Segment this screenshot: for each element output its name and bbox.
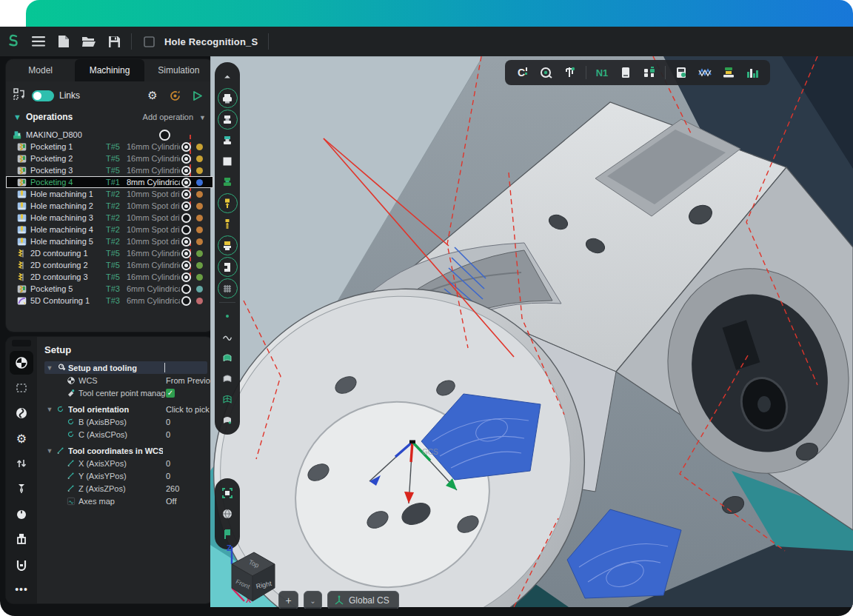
enable-radio[interactable]	[181, 225, 191, 235]
setup-row-axes-map[interactable]: Axes mapOff	[44, 495, 207, 507]
operation-row[interactable]: Hole machining 4T#210mm Spot drill	[6, 224, 213, 235]
enable-radio[interactable]	[181, 201, 191, 211]
setup-value[interactable]: 0	[166, 430, 170, 439]
fit-view-icon[interactable]	[217, 483, 238, 503]
turbine-icon[interactable]	[10, 401, 33, 425]
enable-radio[interactable]	[181, 296, 191, 306]
machine-row[interactable]: MAKINO_D800	[6, 129, 213, 141]
patch-green-icon[interactable]	[217, 348, 238, 367]
nc-program-icon[interactable]: N1	[592, 63, 612, 82]
machine-circled-icon[interactable]	[218, 88, 238, 108]
holder-circled-icon[interactable]	[218, 235, 238, 255]
tree-chevron-icon[interactable]: ▼	[44, 447, 55, 455]
enable-radio[interactable]	[181, 237, 191, 247]
setup-row-tool-coordinates-in-wcs[interactable]: ▼Tool coordinates in WCS	[44, 444, 207, 457]
operation-row[interactable]: Hole machining 5T#210mm Spot drill	[6, 235, 213, 247]
setup-value[interactable]: 0	[166, 472, 170, 481]
drill-small-icon[interactable]	[217, 215, 238, 234]
gear-icon[interactable]: ⚙	[10, 426, 33, 450]
operation-row[interactable]: Pocketing 2T#516mm Cylindrical	[6, 153, 213, 164]
magnet-snap-icon[interactable]: C	[512, 63, 533, 82]
drill-circled-icon[interactable]	[218, 193, 238, 213]
setup-row-y-axisypos-[interactable]: Y (AxisYPos)0	[44, 469, 207, 482]
fixture-circled-icon[interactable]	[218, 257, 238, 277]
control-panel-icon[interactable]	[615, 63, 636, 82]
mesh-green-icon[interactable]	[217, 389, 238, 409]
limits-arrows-icon[interactable]	[10, 452, 33, 475]
tab-model[interactable]: Model	[6, 59, 75, 81]
operation-row[interactable]: 2D contouring 3T#516mm Cylindrical	[6, 271, 213, 283]
enable-radio[interactable]	[181, 261, 191, 270]
patch-gray-icon[interactable]	[217, 369, 238, 388]
operation-row[interactable]: Hole machining 3T#210mm Spot drill	[6, 212, 213, 224]
probe-measure-icon[interactable]	[536, 63, 557, 82]
settings-gear-icon[interactable]: ⚙	[144, 87, 161, 104]
enable-radio[interactable]	[181, 272, 191, 282]
head-green-icon[interactable]	[217, 173, 238, 192]
operation-row[interactable]: 2D contouring 2T#516mm Cylindrical	[6, 259, 213, 271]
setup-value[interactable]: 0	[166, 418, 170, 426]
curve-gray-icon[interactable]	[217, 327, 238, 346]
spot-drill-tool-icon[interactable]	[10, 477, 33, 500]
selection-marquee-icon[interactable]	[10, 376, 33, 400]
setup-value[interactable]: From Previous	[166, 376, 213, 385]
tool-stack-icon[interactable]	[718, 63, 739, 82]
setup-row-z-axiszpos-[interactable]: Z (AxisZPos)260	[44, 482, 207, 495]
document-checkbox-icon[interactable]	[138, 31, 160, 52]
enable-radio[interactable]	[181, 249, 191, 258]
setup-value[interactable]: Off	[166, 497, 176, 506]
cs-list-chevron-button[interactable]: ⌄	[304, 591, 322, 609]
setup-value[interactable]: 260	[166, 484, 179, 493]
setup-row-b-axisbpos-[interactable]: B (AxisBPos)0	[44, 415, 207, 428]
operation-row[interactable]: Pocketing 4T#18mm Cylindrical	[6, 176, 213, 188]
tree-chevron-icon[interactable]: ▼	[44, 364, 55, 372]
coolant-drop-icon[interactable]	[10, 502, 33, 526]
collapse-up-icon[interactable]	[217, 67, 238, 87]
viewport-3d[interactable]: GCS CN1 Z X Top Front Right	[210, 56, 853, 609]
menu-icon[interactable]	[27, 31, 50, 52]
enable-radio[interactable]	[181, 154, 191, 164]
setup-row-c-axiscpos-[interactable]: C (AxisCPos)0	[44, 428, 207, 441]
open-folder-icon[interactable]	[78, 31, 100, 52]
view-cube[interactable]: Z X Top Front Right	[219, 542, 286, 606]
head-small-icon[interactable]	[217, 131, 238, 150]
tool-holder-icon[interactable]	[10, 527, 33, 551]
tool-assembly-icon[interactable]	[639, 63, 660, 82]
setup-value[interactable]: 0	[166, 459, 170, 468]
enable-radio[interactable]	[159, 130, 170, 141]
patch-dot-icon[interactable]	[217, 410, 238, 429]
operation-row[interactable]: Hole machining 1T#210mm Spot drill	[6, 188, 213, 200]
operation-row[interactable]: 5D Contouring 1T#36mm Cylindrical	[6, 295, 213, 307]
setup-row-tool-orientation[interactable]: ▼Tool orientationClick to pick	[44, 403, 207, 415]
workpiece-clamp-icon[interactable]	[10, 552, 33, 576]
wave-toolpath-icon[interactable]	[695, 63, 715, 82]
setup-row-tool-center-point-management[interactable]: Tool center point management✓	[44, 386, 207, 399]
more-options-icon[interactable]: •••	[10, 578, 33, 601]
collapse-chevron-icon[interactable]: ▼	[13, 113, 21, 121]
tab-machining[interactable]: Machining	[75, 59, 144, 81]
tree-chevron-icon[interactable]: ▼	[44, 406, 55, 413]
save-icon[interactable]	[103, 31, 125, 52]
recalculate-icon[interactable]	[166, 87, 184, 104]
mesh-circled-icon[interactable]	[218, 278, 238, 298]
enable-radio[interactable]	[181, 142, 191, 152]
operation-row[interactable]: Pocketing 3T#516mm Cylindrical	[6, 164, 213, 176]
setup-row-setup-and-tooling[interactable]: ▼Setup and tooling	[44, 361, 207, 374]
tab-simulation[interactable]: Simulation	[144, 59, 213, 81]
wcs-target-icon[interactable]	[10, 351, 33, 375]
operation-row[interactable]: Hole machining 2T#210mm Spot drill	[6, 200, 213, 212]
orbit-sphere-icon[interactable]	[217, 504, 238, 523]
checkbox-checked[interactable]: ✓	[166, 389, 175, 398]
operation-row[interactable]: Pocketing 5T#36mm Cylindrical	[6, 283, 213, 295]
enable-radio[interactable]	[181, 284, 191, 294]
calculator-cycle-icon[interactable]	[671, 63, 692, 82]
setup-value[interactable]: Click to pick	[166, 405, 210, 414]
head-circled-icon[interactable]	[218, 110, 238, 130]
caliper-icon[interactable]	[560, 63, 581, 82]
operation-row[interactable]: 2D contouring 1T#516mm Cylindrical	[6, 247, 213, 259]
global-cs-button[interactable]: Global CS	[327, 591, 399, 609]
panel-handle[interactable]	[12, 340, 31, 346]
setup-row-x-axisxpos-[interactable]: X (AxisXPos)0	[44, 457, 207, 469]
new-document-icon[interactable]	[53, 31, 75, 52]
stock-square-icon[interactable]	[217, 152, 238, 171]
